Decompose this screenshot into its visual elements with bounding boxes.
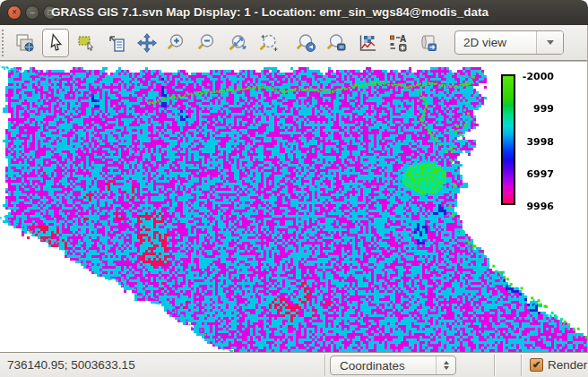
pointer-icon (45, 32, 66, 54)
display-map-button[interactable] (12, 29, 39, 57)
display-map-icon (14, 32, 36, 54)
window-title: GRASS GIS 7.1.svn Map Display: 1 - Locat… (51, 0, 489, 25)
render-checkbox[interactable]: ✔ (530, 358, 543, 372)
add-map-elements-button[interactable]: A (385, 29, 411, 57)
legend-label: 3998 (522, 136, 554, 148)
map-output-button[interactable] (415, 29, 442, 57)
statusbar-separator (494, 355, 495, 376)
pointer-button[interactable] (42, 29, 69, 57)
map-toolbar: A 2D view (0, 25, 588, 61)
title-bar[interactable]: × – □ GRASS GIS 7.1.svn Map Display: 1 -… (0, 0, 588, 25)
chevron-down-icon (547, 40, 554, 45)
zoom-options-button[interactable] (324, 29, 350, 57)
query-raster-button[interactable] (73, 29, 99, 57)
legend-label: 9996 (522, 201, 554, 212)
zoom-out-button[interactable] (195, 29, 221, 57)
analyze-map-button[interactable] (354, 29, 381, 57)
window-controls: × – □ (7, 5, 57, 20)
raster-legend: -2000 999 3998 6997 9996 (498, 72, 588, 215)
render-checkbox-label[interactable]: Render (548, 353, 588, 377)
statusbar-separator (521, 355, 522, 376)
coordinate-readout: 736140.95; 5003633.15 (7, 353, 135, 377)
legend-label: 999 (522, 103, 554, 115)
close-icon[interactable]: × (7, 5, 22, 20)
zoom-back-button[interactable] (293, 29, 320, 57)
add-map-elements-icon: A (387, 32, 409, 54)
status-bar: 736140.95; 5003633.15 Coordinates ✔ Rend… (0, 352, 588, 377)
legend-label: -2000 (522, 71, 554, 82)
legend-label: 6997 (522, 168, 554, 180)
query-vector-attributes-button[interactable] (103, 29, 130, 57)
zoom-in-icon (167, 32, 188, 54)
statusbar-mode-select[interactable]: Coordinates (330, 356, 456, 375)
pan-icon (136, 32, 158, 54)
toolbar-drag-handle[interactable] (2, 30, 5, 56)
zoom-back-icon (296, 32, 317, 54)
query-vector-attributes-icon (106, 32, 127, 54)
analyze-map-icon (357, 32, 378, 54)
zoom-out-icon (197, 32, 219, 54)
statusbar-separator (324, 355, 325, 376)
pan-button[interactable] (134, 29, 160, 57)
zoom-options-icon (326, 32, 348, 54)
zoom-extent-icon (228, 32, 249, 54)
view-mode-select[interactable]: 2D view (454, 30, 564, 55)
query-raster-icon (75, 32, 97, 54)
zoom-region-button[interactable] (255, 29, 282, 57)
legend-color-bar (501, 74, 515, 205)
view-mode-dropdown-button[interactable] (536, 31, 563, 54)
view-mode-value: 2D view (455, 36, 536, 49)
minimize-icon[interactable]: – (25, 5, 39, 20)
zoom-extent-button[interactable] (225, 29, 252, 57)
map-output-icon (418, 32, 439, 54)
svg-text:A: A (400, 34, 406, 44)
grass-map-display-window: × – □ GRASS GIS 7.1.svn Map Display: 1 -… (0, 0, 588, 377)
statusbar-mode-value: Coordinates (331, 359, 436, 373)
zoom-region-icon (258, 32, 280, 54)
spinner-icon[interactable] (436, 356, 455, 374)
zoom-in-button[interactable] (164, 29, 191, 57)
